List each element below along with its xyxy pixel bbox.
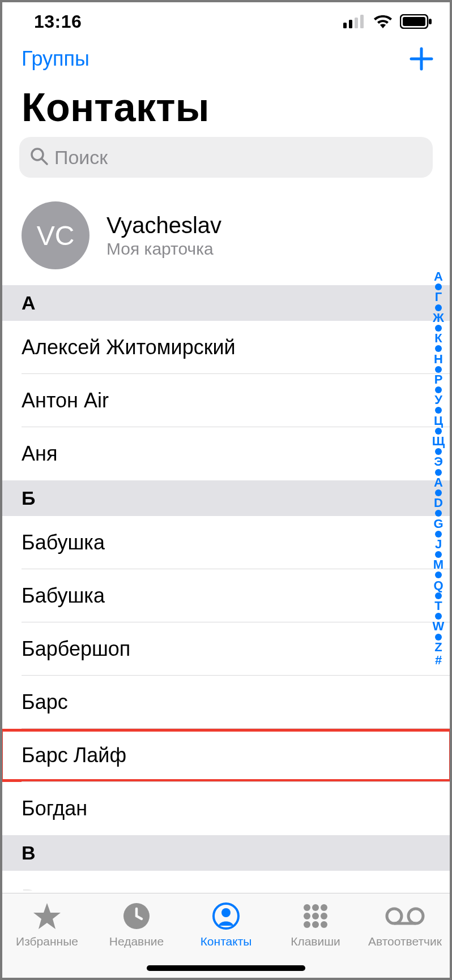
section-header: Б (0, 480, 452, 516)
index-dot[interactable] (435, 634, 442, 641)
search-input[interactable] (54, 147, 423, 169)
contact-row[interactable]: Алексей Житомирский (0, 321, 452, 374)
index-letter[interactable]: Q (433, 579, 443, 592)
contact-row[interactable]: Барс (0, 676, 452, 729)
svg-line-8 (42, 159, 47, 164)
svg-point-19 (312, 921, 319, 928)
svg-point-15 (304, 913, 310, 919)
index-dot[interactable] (435, 366, 442, 373)
index-letter[interactable]: Р (434, 373, 443, 386)
status-icons (343, 14, 433, 29)
my-card[interactable]: VC Vyacheslav Моя карточка (0, 188, 452, 285)
voicemail-icon (385, 900, 425, 932)
add-contact-button[interactable] (409, 46, 434, 71)
section-index-bar[interactable]: АГЖКНРУЦЩЭADGJMQTWZ# (428, 270, 449, 667)
svg-rect-2 (355, 18, 358, 28)
svg-point-14 (321, 904, 327, 911)
index-dot[interactable] (435, 613, 442, 620)
index-dot[interactable] (435, 510, 442, 517)
svg-rect-3 (360, 15, 364, 28)
contacts-list: А Алексей Житомирский Антон Air Аня Б Ба… (0, 285, 452, 891)
index-dot[interactable] (435, 448, 442, 455)
index-letter[interactable]: Г (435, 291, 442, 303)
plus-icon (409, 46, 434, 71)
star-icon (32, 900, 62, 932)
index-letter[interactable]: К (434, 332, 442, 345)
my-card-subtitle: Моя карточка (106, 239, 221, 259)
home-indicator[interactable] (147, 965, 305, 971)
contact-row[interactable]: Вадим (0, 871, 452, 891)
index-dot[interactable] (435, 469, 442, 476)
index-dot[interactable] (435, 489, 442, 496)
contact-row[interactable]: Аня (0, 427, 452, 480)
contact-row[interactable]: Барбершоп (0, 622, 452, 676)
avatar: VC (22, 201, 89, 269)
svg-point-21 (387, 909, 402, 923)
nav-bar: Группы (0, 38, 452, 75)
index-letter[interactable]: Ж (433, 312, 444, 324)
status-bar: 13:16 (0, 0, 452, 38)
index-dot[interactable] (435, 345, 442, 352)
search-icon (29, 147, 49, 168)
contact-row[interactable]: Богдан (0, 782, 452, 835)
contact-row[interactable]: Антон Air (0, 374, 452, 427)
cellular-signal-icon (343, 15, 366, 28)
index-dot[interactable] (435, 325, 442, 332)
search-field[interactable] (19, 137, 433, 178)
index-dot[interactable] (435, 386, 442, 393)
index-letter[interactable]: У (434, 394, 442, 406)
tab-label: Недавние (109, 935, 164, 948)
index-letter[interactable]: W (433, 620, 445, 633)
svg-point-16 (312, 913, 319, 919)
tab-favorites[interactable]: Избранные (5, 900, 89, 948)
index-letter[interactable]: Ц (434, 415, 443, 427)
index-letter[interactable]: Н (434, 353, 443, 366)
svg-point-22 (408, 909, 423, 923)
index-dot[interactable] (435, 592, 442, 599)
index-dot[interactable] (435, 428, 442, 435)
tab-contacts[interactable]: Контакты (184, 900, 268, 948)
index-dot[interactable] (435, 304, 442, 311)
clock-icon (122, 900, 151, 932)
status-time: 13:16 (19, 11, 82, 32)
index-letter[interactable]: M (433, 558, 444, 571)
svg-point-17 (321, 913, 327, 919)
tab-voicemail[interactable]: Автоответчик (363, 900, 447, 948)
svg-rect-1 (349, 20, 352, 28)
index-letter[interactable]: T (434, 600, 442, 612)
tab-keypad[interactable]: Клавиши (273, 900, 358, 948)
index-dot[interactable] (435, 531, 442, 538)
contact-icon (212, 900, 240, 932)
svg-rect-6 (429, 19, 432, 24)
battery-icon (400, 14, 433, 29)
index-letter[interactable]: Э (434, 455, 443, 468)
tab-label: Избранные (16, 935, 78, 948)
tab-label: Автоответчик (368, 935, 442, 948)
index-letter[interactable]: G (433, 518, 443, 530)
contact-row[interactable]: Бабушка (0, 569, 452, 622)
svg-point-20 (321, 921, 327, 928)
tab-recents[interactable]: Недавние (94, 900, 179, 948)
svg-point-13 (312, 904, 319, 911)
index-letter[interactable]: Z (434, 641, 442, 654)
index-letter[interactable]: Щ (432, 435, 445, 448)
index-letter[interactable]: J (435, 538, 442, 551)
contact-row-highlighted[interactable]: Барс Лайф (0, 729, 452, 782)
index-letter[interactable]: # (435, 654, 442, 667)
svg-rect-0 (343, 23, 347, 28)
index-letter[interactable]: A (434, 476, 443, 489)
index-letter[interactable]: А (434, 270, 443, 283)
svg-point-18 (304, 921, 310, 928)
contact-row[interactable]: Бабушка (0, 516, 452, 569)
my-card-name: Vyacheslav (106, 213, 221, 238)
wifi-icon (373, 14, 393, 29)
index-dot[interactable] (435, 407, 442, 414)
section-header: А (0, 285, 452, 321)
index-dot[interactable] (435, 551, 442, 558)
index-dot[interactable] (435, 283, 442, 290)
index-dot[interactable] (435, 571, 442, 578)
svg-point-11 (221, 908, 231, 917)
index-letter[interactable]: D (434, 497, 443, 509)
groups-button[interactable]: Группы (22, 47, 89, 71)
tab-label: Контакты (201, 935, 252, 948)
